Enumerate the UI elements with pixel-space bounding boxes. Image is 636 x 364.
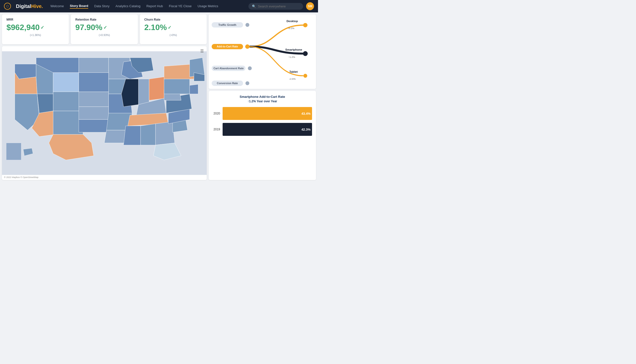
svg-marker-25 — [138, 79, 149, 104]
mrr-card: MRR $962,940✓ (+1.36%) — [2, 14, 69, 44]
bar-row-2019: 2019 42.3% — [213, 123, 312, 136]
bar-year-2020: 2020 — [213, 112, 220, 115]
avatar[interactable]: SM — [306, 2, 314, 10]
search-box[interactable]: 🔍 — [248, 3, 303, 10]
left-panel: MRR $962,940✓ (+1.36%) Retention Rate 97… — [0, 12, 209, 182]
nav-fiscal[interactable]: Fiscal YE Close — [169, 4, 192, 8]
us-map — [2, 46, 207, 180]
main-content: MRR $962,940✓ (+1.36%) Retention Rate 97… — [0, 12, 318, 182]
main-nav: Welcome Story Board Data Story Analytics… — [51, 4, 218, 9]
svg-marker-17 — [79, 120, 111, 132]
svg-marker-43 — [6, 143, 21, 160]
svg-marker-7 — [53, 72, 79, 92]
bar-chart-subtitle: ↑1.2% Year over Year — [213, 100, 312, 103]
svg-marker-39 — [164, 64, 194, 79]
logo-text: DigitalHive. — [16, 4, 43, 9]
svg-text:Add-to-Cart Rate: Add-to-Cart Rate — [217, 45, 238, 48]
nav-welcome[interactable]: Welcome — [51, 4, 64, 8]
churn-change: (+0%) — [144, 34, 202, 36]
header-right: 🔍 SM — [248, 2, 314, 10]
nav-reporthub[interactable]: Report Hub — [146, 4, 163, 8]
svg-marker-38 — [164, 77, 190, 94]
svg-text:Traffic Growth: Traffic Growth — [218, 23, 236, 26]
svg-point-64 — [303, 74, 307, 78]
svg-point-56 — [245, 81, 249, 85]
sankey-chart: Traffic Growth Add-to-Cart Rate Cart Aba… — [212, 18, 313, 86]
sankey-panel: Traffic Growth Add-to-Cart Rate Cart Aba… — [209, 14, 316, 89]
mrr-value: $962,940✓ — [7, 23, 64, 32]
search-input[interactable] — [258, 4, 300, 8]
svg-point-50 — [245, 44, 249, 49]
logo-icon: ⬡ — [4, 3, 11, 10]
bar-val-2019: 42.3% — [301, 128, 311, 131]
svg-marker-14 — [79, 72, 109, 92]
right-panel: Traffic Growth Add-to-Cart Rate Cart Aba… — [209, 12, 318, 182]
churn-check-icon: ✓ — [168, 25, 171, 30]
svg-text:↓2.6%: ↓2.6% — [289, 78, 296, 80]
header: ⬡ DigitalHive. Welcome Story Board Data … — [0, 0, 318, 12]
svg-text:Desktop: Desktop — [286, 19, 298, 22]
bar-val-2020: 43.4% — [301, 112, 311, 116]
map-menu-icon[interactable]: ☰ — [200, 49, 204, 54]
bar-2020: 43.4% — [223, 107, 312, 120]
map-container: ☰ — [2, 46, 207, 180]
svg-marker-31 — [141, 124, 156, 145]
churn-card: Churn Rate 2.10%✓ (+0%) — [140, 14, 207, 44]
retention-change: (+0.93%) — [75, 34, 133, 36]
svg-text:↑1.2%: ↑1.2% — [288, 56, 295, 58]
bar-2019: 42.3% — [223, 123, 312, 136]
bar-year-2019: 2019 — [213, 128, 220, 131]
svg-marker-40 — [190, 84, 198, 94]
svg-marker-9 — [37, 94, 53, 113]
retention-card: Retention Rate 97.90%✓ (+0.93%) — [71, 14, 138, 44]
retention-check-icon: ✓ — [103, 25, 107, 30]
search-icon: 🔍 — [252, 4, 256, 8]
nav-storyboard[interactable]: Story Board — [70, 4, 88, 9]
svg-point-47 — [245, 23, 249, 27]
nav-datastory[interactable]: Data Story — [94, 4, 109, 8]
svg-point-61 — [303, 51, 308, 56]
svg-marker-32 — [156, 122, 175, 145]
svg-text:Conversion Rate: Conversion Rate — [217, 82, 238, 85]
svg-point-58 — [303, 23, 307, 27]
churn-value: 2.10%✓ — [144, 23, 202, 32]
svg-marker-1 — [15, 64, 36, 79]
churn-label: Churn Rate — [144, 18, 202, 21]
retention-value: 97.90%✓ — [75, 23, 133, 32]
svg-marker-27 — [149, 77, 166, 100]
svg-marker-15 — [79, 92, 109, 107]
mrr-change: (+1.36%) — [7, 34, 64, 36]
svg-marker-11 — [53, 111, 83, 134]
mrr-check-icon: ✓ — [41, 25, 44, 30]
svg-text:Tablet: Tablet — [289, 70, 298, 73]
retention-label: Retention Rate — [75, 18, 133, 21]
mrr-label: MRR — [7, 18, 64, 21]
svg-marker-30 — [124, 126, 141, 145]
svg-text:Smartphone: Smartphone — [285, 48, 302, 51]
bar-row-2020: 2020 43.4% — [213, 107, 312, 120]
map-credit: © 2022 Mapbox © OpenStreetMap — [4, 176, 39, 178]
metrics-row: MRR $962,940✓ (+1.36%) Retention Rate 97… — [2, 14, 207, 44]
svg-marker-16 — [79, 107, 109, 120]
nav-usage[interactable]: Usage Metrics — [198, 4, 218, 8]
nav-analytics[interactable]: Analytics Catalog — [116, 4, 140, 8]
svg-point-53 — [248, 66, 252, 70]
svg-marker-13 — [79, 58, 109, 72]
svg-text:Cart Abandonment Rate: Cart Abandonment Rate — [213, 67, 244, 70]
svg-marker-8 — [53, 92, 83, 111]
bar-chart-title: Smartphone Add-to-Cart Rate — [213, 95, 312, 98]
svg-text:↑0.2%: ↑0.2% — [288, 27, 294, 30]
bar-chart-panel: Smartphone Add-to-Cart Rate ↑1.2% Year o… — [209, 91, 316, 180]
